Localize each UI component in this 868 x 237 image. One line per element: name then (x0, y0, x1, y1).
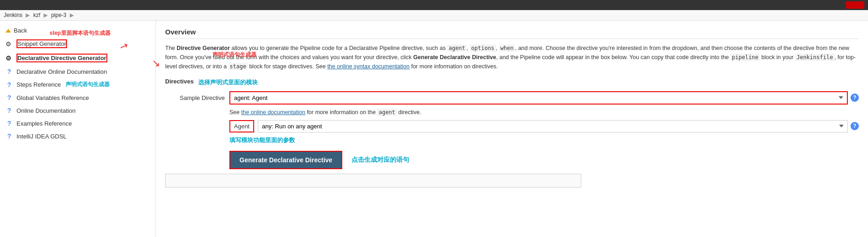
examples-reference-label: Examples Reference (17, 120, 72, 127)
overview-bold2: Generate Declarative Directive (413, 54, 496, 61)
help-icon-steps: ? (6, 81, 13, 88)
doc-link[interactable]: the online documentation (241, 109, 306, 116)
sidebar-item-global-variables[interactable]: ? Global Variables Reference (0, 91, 156, 104)
main-layout: Back step里面脚本语句生成器 ⚙ Snippet Generator ↙… (0, 21, 868, 237)
top-bar-accent (846, 1, 864, 9)
overview-text-mid6: block for stage directives. See (248, 63, 328, 70)
sidebar-item-steps-reference[interactable]: ? Steps Reference 声明式语句生成器 (0, 78, 156, 91)
gear-icon-declarative: ⚙ (6, 55, 13, 62)
overview-bold1: Directive Generator (177, 45, 230, 51)
breadcrumb-pipe3[interactable]: pipe-3 (51, 12, 66, 18)
breadcrumb-sep-2: ▶ (44, 12, 48, 18)
annotation-steps-ref: 声明式语句生成器 (66, 81, 110, 88)
syntax-doc-link[interactable]: the online syntax documentation (327, 63, 409, 70)
breadcrumb-sep-1: ▶ (26, 12, 30, 18)
fill-annotation: 填写模块功能里面的参数 (229, 136, 859, 144)
directives-header-row: Directives 选择声明式里面的模块 (165, 78, 859, 88)
code-pipeline: pipeline (730, 54, 760, 61)
overview-text-mid3: , and the Pipeline code will appear in t… (496, 54, 731, 61)
code-agent: agent (447, 44, 467, 52)
code-when: when (499, 44, 515, 52)
code-stage: stage (228, 63, 248, 70)
output-box (165, 174, 581, 187)
doc-link-row: See the online documentation for more in… (229, 109, 859, 116)
directive-select[interactable]: agent: Agent options: Options triggers: … (229, 91, 848, 105)
back-arrow-icon (6, 29, 11, 33)
sidebar-item-intellij-gdsl[interactable]: ? IntelliJ IDEA GDSL (0, 130, 156, 143)
click-annotation: 点击生成对应的语句 (351, 156, 409, 164)
doc-code: agent (377, 109, 396, 116)
agent-row: Agent any: Run on any agent none label n… (229, 120, 859, 132)
sidebar-item-declarative-directive-generator[interactable]: ⚙ Declarative Directive Generator (0, 51, 156, 65)
doc-line-start: See (229, 109, 241, 116)
help-icon-intellij: ? (6, 132, 13, 140)
sidebar: Back step里面脚本语句生成器 ⚙ Snippet Generator ↙… (0, 21, 156, 237)
sample-directive-row: Sample Directive agent: Agent options: O… (165, 91, 859, 105)
declarative-generator-wrapper: ⚙ Declarative Directive Generator ↘ 声明式语… (0, 51, 156, 65)
comma2: , (496, 45, 499, 51)
directive-select-wrapper: agent: Agent options: Options triggers: … (229, 91, 859, 105)
online-docs-label: Declarative Online Documentation (17, 68, 107, 75)
agent-select[interactable]: any: Run on any agent none label node do… (258, 120, 848, 132)
agent-help-icon[interactable]: ? (851, 122, 859, 130)
code-options: options (470, 44, 496, 52)
sidebar-item-online-documentation[interactable]: ? Online Documentation (0, 104, 156, 117)
directives-label: Directives (165, 78, 194, 85)
doc-line-end: for more information on the (305, 109, 377, 116)
sidebar-item-declarative-online-docs[interactable]: ? Declarative Online Documentation (0, 65, 156, 78)
sample-directive-label: Sample Directive (165, 94, 229, 101)
declarative-generator-label: Declarative Directive Generator (17, 54, 107, 62)
global-variables-label: Global Variables Reference (17, 94, 89, 101)
snippet-generator-wrapper: step里面脚本语句生成器 ⚙ Snippet Generator ↙ (0, 37, 156, 51)
help-icon-online-docs: ? (6, 68, 13, 75)
sidebar-item-snippet-generator[interactable]: ⚙ Snippet Generator (0, 37, 156, 51)
breadcrumb-jenkins[interactable]: Jenkins (4, 12, 22, 18)
directive-help-icon[interactable]: ? (851, 94, 859, 102)
overview-text-start: The (165, 45, 177, 51)
overview-text-end: for more information on directives. (410, 63, 498, 70)
directives-annotation: 选择声明式里面的模块 (198, 78, 258, 87)
generate-directive-button[interactable]: Generate Declarative Directive (229, 151, 342, 169)
agent-label: Agent (234, 123, 250, 130)
back-label: Back (14, 27, 27, 34)
main-content: Overview The Directive Generator allows … (156, 21, 868, 237)
snippet-generator-label: Snippet Generator (17, 39, 67, 48)
intellij-gdsl-label: IntelliJ IDEA GDSL (17, 133, 67, 140)
sidebar-item-examples-reference[interactable]: ? Examples Reference (0, 117, 156, 130)
help-icon-global-vars: ? (6, 94, 13, 101)
breadcrumb-kzf[interactable]: kzf (33, 12, 40, 18)
help-icon-docs: ? (6, 107, 13, 114)
overview-title: Overview (165, 28, 859, 39)
top-bar (0, 0, 868, 10)
generate-btn-row: Generate Declarative Directive 点击生成对应的语句 (165, 151, 859, 169)
online-documentation-label: Online Documentation (17, 107, 76, 114)
overview-text-mid1: allows you to generate the Pipeline code… (230, 45, 447, 51)
code-jenkinsfile: Jenkinsfile (795, 54, 834, 61)
steps-reference-label: Steps Reference (17, 81, 61, 88)
gear-icon-snippet: ⚙ (6, 40, 13, 48)
comma1: , (467, 45, 470, 51)
agent-label-box: Agent (229, 120, 254, 132)
overview-text: The Directive Generator allows you to ge… (165, 44, 859, 72)
sidebar-back-button[interactable]: Back (0, 24, 156, 37)
help-icon-examples: ? (6, 120, 13, 127)
breadcrumb: Jenkins ▶ kzf ▶ pipe-3 ▶ (0, 10, 868, 21)
overview-text-mid4: block in your (760, 54, 795, 61)
breadcrumb-sep-3: ▶ (70, 12, 74, 18)
doc-line-last: directive. (397, 109, 422, 116)
